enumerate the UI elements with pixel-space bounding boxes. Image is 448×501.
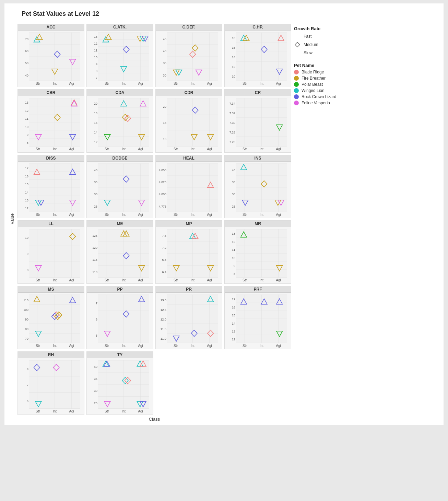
plot-title: RH bbox=[18, 352, 84, 358]
svg-text:4.825: 4.825 bbox=[159, 180, 166, 184]
small-plot: MR1312111098StrIntAgi bbox=[224, 220, 291, 284]
x-axis-label: Class bbox=[16, 417, 292, 422]
svg-text:Int: Int bbox=[53, 278, 57, 282]
small-plot: LL1098StrIntAgi bbox=[17, 220, 84, 284]
svg-text:Int: Int bbox=[53, 344, 57, 348]
svg-text:7.28: 7.28 bbox=[229, 131, 235, 134]
plot-title: CDA bbox=[87, 90, 153, 96]
plot-inner: 13121110987StrIntAgi bbox=[87, 31, 153, 87]
svg-text:Agi: Agi bbox=[276, 82, 281, 85]
small-plot: DISS171615141312StrIntAgi bbox=[17, 155, 84, 218]
plot-title: ACC bbox=[18, 24, 84, 31]
plot-inner: 4.8504.8254.8004.775StrIntAgi bbox=[156, 162, 222, 218]
legend-color-dot bbox=[294, 101, 299, 105]
svg-text:7.30: 7.30 bbox=[229, 121, 235, 125]
svg-text:16: 16 bbox=[94, 121, 97, 125]
plot-row: CBR1312111098StrIntAgiCDA2018161412StrIn… bbox=[16, 88, 292, 154]
svg-text:110: 110 bbox=[23, 298, 28, 302]
svg-text:Int: Int bbox=[122, 213, 126, 217]
plot-row: LL1098StrIntAgiME125120115110StrIntAgiMP… bbox=[16, 219, 292, 285]
svg-text:8: 8 bbox=[27, 141, 28, 144]
svg-text:13: 13 bbox=[25, 199, 28, 202]
plot-title: C.DEF. bbox=[156, 24, 222, 31]
plot-title: DISS bbox=[18, 155, 84, 162]
svg-text:70: 70 bbox=[25, 337, 28, 340]
small-plot: RH876StrIntAgi bbox=[17, 351, 84, 415]
svg-text:16: 16 bbox=[232, 46, 235, 49]
small-plot: C.DEF.45403530StrIntAgi bbox=[155, 24, 222, 87]
svg-text:4.775: 4.775 bbox=[159, 205, 166, 208]
svg-text:25: 25 bbox=[94, 401, 97, 405]
svg-text:Int: Int bbox=[191, 344, 194, 348]
small-plot: CBR1312111098StrIntAgi bbox=[17, 89, 84, 153]
svg-text:4.850: 4.850 bbox=[159, 168, 166, 172]
svg-text:10: 10 bbox=[25, 125, 28, 128]
svg-text:Str: Str bbox=[105, 278, 109, 282]
svg-text:6.4: 6.4 bbox=[162, 270, 166, 273]
svg-text:Str: Str bbox=[36, 82, 40, 85]
svg-text:9: 9 bbox=[96, 62, 97, 66]
legend-color-dot bbox=[294, 82, 299, 87]
plot-title: MS bbox=[18, 286, 84, 293]
svg-text:7.6: 7.6 bbox=[162, 234, 166, 237]
plot-title: DODGE bbox=[87, 155, 153, 162]
svg-text:Str: Str bbox=[174, 147, 178, 151]
main-title: Pet Stat Values at Level 12 bbox=[22, 10, 440, 18]
plot-inner: 876StrIntAgi bbox=[18, 358, 84, 415]
svg-text:13: 13 bbox=[25, 101, 28, 104]
small-plot: ME125120115110StrIntAgi bbox=[86, 220, 153, 284]
svg-text:Agi: Agi bbox=[138, 409, 143, 413]
svg-text:Str: Str bbox=[36, 344, 40, 348]
svg-text:Str: Str bbox=[174, 344, 178, 348]
legend-growth-item: Slow bbox=[294, 49, 366, 56]
svg-text:7.34: 7.34 bbox=[229, 102, 235, 105]
svg-text:7: 7 bbox=[96, 302, 97, 305]
svg-text:6: 6 bbox=[27, 399, 28, 403]
plot-title: C.ATK. bbox=[87, 24, 153, 31]
svg-text:Agi: Agi bbox=[207, 82, 212, 85]
svg-text:11.0: 11.0 bbox=[161, 337, 166, 340]
small-plot: C.HP.1816141210StrIntAgi bbox=[224, 24, 291, 87]
svg-text:Int: Int bbox=[122, 278, 126, 282]
svg-text:Str: Str bbox=[105, 344, 109, 348]
svg-text:25: 25 bbox=[232, 205, 235, 208]
small-plot: CDA2018161412StrIntAgi bbox=[86, 89, 153, 153]
svg-text:16: 16 bbox=[25, 174, 28, 178]
svg-text:9: 9 bbox=[234, 264, 235, 268]
svg-text:Agi: Agi bbox=[138, 213, 143, 217]
svg-text:18: 18 bbox=[232, 36, 235, 39]
svg-text:90: 90 bbox=[25, 318, 28, 321]
plot-inner: 1098StrIntAgi bbox=[18, 227, 84, 283]
svg-text:Int: Int bbox=[191, 213, 194, 217]
svg-text:70: 70 bbox=[25, 37, 28, 41]
plot-inner: 1312111098StrIntAgi bbox=[225, 227, 291, 283]
svg-text:Str: Str bbox=[36, 278, 40, 282]
plot-title: CDR bbox=[156, 90, 222, 96]
plot-title: HEAL bbox=[156, 155, 222, 162]
legend-growth-item: Fast bbox=[294, 33, 366, 40]
legend-pet-item: Fire Breather bbox=[294, 76, 366, 81]
svg-text:12: 12 bbox=[232, 338, 235, 341]
svg-text:Agi: Agi bbox=[207, 344, 212, 348]
plot-inner: 40353025StrIntAgi bbox=[87, 162, 153, 218]
plot-row: MS110100908070StrIntAgiPP765StrIntAgiPR1… bbox=[16, 285, 292, 350]
svg-text:16: 16 bbox=[163, 137, 166, 140]
small-plot: MS110100908070StrIntAgi bbox=[17, 286, 84, 349]
svg-text:Int: Int bbox=[191, 278, 194, 282]
plot-title: PRF bbox=[225, 286, 291, 293]
svg-text:Agi: Agi bbox=[276, 278, 281, 282]
svg-text:11: 11 bbox=[94, 49, 97, 52]
svg-text:7.26: 7.26 bbox=[229, 140, 235, 144]
svg-text:14: 14 bbox=[25, 190, 28, 194]
svg-text:Str: Str bbox=[243, 213, 247, 217]
svg-text:Agi: Agi bbox=[69, 278, 74, 282]
svg-text:35: 35 bbox=[94, 377, 97, 381]
svg-text:4.800: 4.800 bbox=[159, 193, 166, 196]
svg-text:Int: Int bbox=[260, 147, 263, 151]
plot-inner: 40353025StrIntAgi bbox=[225, 162, 291, 218]
pet-name-legend: Pet Name Blade RidgeFire BreatherPolar B… bbox=[294, 63, 366, 107]
svg-text:17: 17 bbox=[232, 298, 235, 301]
svg-text:Agi: Agi bbox=[207, 147, 212, 151]
svg-text:100: 100 bbox=[23, 308, 28, 311]
legend-growth-item: Medium bbox=[294, 41, 366, 48]
